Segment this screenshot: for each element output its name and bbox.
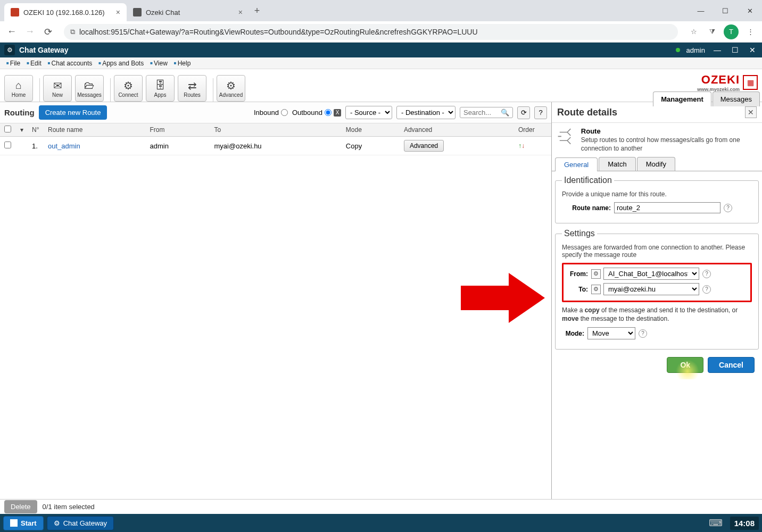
help-icon[interactable]: ? [702, 285, 711, 294]
toolbar-advanced[interactable]: ⚙Advanced [217, 75, 245, 102]
toolbar-new[interactable]: ✉New [43, 75, 72, 102]
user-label[interactable]: admin [686, 46, 705, 54]
table-header-row: ▾ N° Route name From To Mode Advanced Or… [0, 123, 551, 137]
status-bar: Delete 0/1 item selected [0, 499, 762, 514]
route-name-link[interactable]: out_admin [48, 142, 80, 150]
profile-avatar[interactable]: T [724, 24, 739, 39]
search-box[interactable]: 🔍 [460, 107, 513, 118]
address-row: ← → ⟳ ⧉ localhost:9515/Chat+Gateway/?a=R… [0, 21, 762, 43]
tab-close-icon[interactable]: × [116, 8, 120, 16]
address-bar[interactable]: ⧉ localhost:9515/Chat+Gateway/?a=Routing… [64, 24, 678, 40]
menu-icon[interactable]: ⋮ [744, 26, 757, 38]
menu-help[interactable]: ■Help [172, 60, 193, 67]
routing-title: Routing [4, 108, 35, 117]
taskbar-app[interactable]: ⚙ Chat Gateway [47, 516, 114, 530]
refresh-button[interactable]: ⟳ [517, 106, 530, 119]
app-minimize-icon[interactable]: — [711, 45, 723, 55]
source-select[interactable]: - Source - [345, 106, 392, 119]
menu-edit[interactable]: ■Edit [24, 60, 44, 67]
selection-count: 0/1 item selected [43, 503, 95, 511]
tab-match[interactable]: Match [599, 157, 635, 171]
select-all-checkbox[interactable] [4, 126, 11, 132]
identification-legend: Identification [562, 176, 614, 185]
help-icon[interactable]: ? [639, 329, 647, 338]
window-controls: — ☐ ✕ [689, 0, 762, 21]
close-window-button[interactable]: ✕ [738, 0, 762, 21]
taskbar: Start ⚙ Chat Gateway ⌨ 14:08 [0, 514, 762, 532]
search-icon[interactable]: 🔍 [501, 109, 509, 117]
forward-button[interactable]: → [23, 26, 36, 38]
gear-icon[interactable]: ⚙ [591, 269, 601, 279]
help-icon[interactable]: ? [702, 270, 711, 278]
settings-legend: Settings [562, 229, 597, 238]
delete-button[interactable]: Delete [4, 500, 37, 513]
extensions-icon[interactable]: ⧩ [706, 26, 718, 38]
from-select[interactable]: AI_Chat_Bot_1@localhost [603, 268, 699, 280]
app-title: Chat Gateway [19, 46, 69, 54]
start-button[interactable]: Start [3, 516, 44, 530]
advanced-button[interactable]: Advanced [404, 140, 444, 152]
help-button[interactable]: ? [534, 106, 547, 119]
identification-fieldset: Identification Provide a unique name for… [555, 176, 759, 223]
star-icon[interactable]: ☆ [688, 26, 700, 38]
destination-select[interactable]: - Destination - [396, 106, 455, 119]
toolbar-home[interactable]: ⌂Home [4, 75, 33, 102]
search-input[interactable] [463, 109, 501, 117]
app-maximize-icon[interactable]: ☐ [730, 45, 741, 55]
menu-file[interactable]: ■File [4, 60, 22, 67]
close-panel-button[interactable]: ✕ [745, 106, 757, 118]
menu-view[interactable]: ■View [148, 60, 170, 67]
row-checkbox[interactable] [4, 142, 11, 148]
menu-chat-accounts[interactable]: ■Chat accounts [46, 60, 95, 67]
settings-fieldset: Settings Messages are forwarded from one… [555, 229, 759, 350]
inbound-radio[interactable]: Inbound [254, 109, 288, 117]
outbound-radio[interactable]: Outbound X [292, 109, 341, 117]
expand-header[interactable]: ▾ [16, 123, 28, 137]
brand-badge-icon: ▦ [743, 75, 758, 90]
toolbar-apps[interactable]: 🗄Apps [146, 75, 175, 102]
site-info-icon[interactable]: ⧉ [70, 28, 75, 36]
menu-bar: ■File ■Edit ■Chat accounts ■Apps and Bot… [0, 57, 762, 69]
new-tab-button[interactable]: + [249, 5, 265, 16]
folder-icon: 🗁 [84, 79, 95, 92]
tab-general[interactable]: General [555, 157, 598, 171]
back-button[interactable]: ← [5, 26, 18, 38]
tab-favicon-icon [11, 8, 19, 16]
cancel-button[interactable]: Cancel [708, 357, 755, 373]
keyboard-icon[interactable]: ⌨ [709, 517, 723, 529]
clear-filter-icon[interactable]: X [334, 109, 341, 117]
menu-apps-bots[interactable]: ■Apps and Bots [96, 60, 146, 67]
clock[interactable]: 14:08 [730, 517, 759, 530]
gear-icon: ⚙ [226, 79, 236, 92]
maximize-button[interactable]: ☐ [713, 0, 738, 21]
routes-table: ▾ N° Route name From To Mode Advanced Or… [0, 123, 551, 155]
copy-move-text: Make a copy of the message and send it t… [562, 306, 752, 323]
reload-button[interactable]: ⟳ [42, 26, 54, 38]
toolbar-routes[interactable]: ⇄Routes [178, 75, 206, 102]
app-close-icon[interactable]: ✕ [747, 45, 758, 55]
browser-tab-active[interactable]: OZEKI 10 (192.168.0.126) × [4, 3, 127, 21]
mode-select[interactable]: Move [587, 327, 635, 339]
route-name-input[interactable] [614, 202, 720, 213]
ok-button[interactable]: Ok [667, 357, 703, 373]
toolbar-messages[interactable]: 🗁Messages [75, 75, 104, 102]
url-text: localhost:9515/Chat+Gateway/?a=Routing&V… [79, 28, 672, 36]
create-route-button[interactable]: Create new Route [39, 105, 107, 120]
toolbar-connect[interactable]: ⚙Connect [114, 75, 143, 102]
table-row[interactable]: 1. out_admin admin myai@ozeki.hu Copy Ad… [0, 137, 551, 155]
start-icon [10, 519, 18, 527]
route-section-title: Route [581, 127, 757, 135]
to-select[interactable]: myai@ozeki.hu [603, 283, 699, 295]
tab-close-icon[interactable]: × [238, 8, 243, 16]
route-section-desc: Setup routes to control how messages/cal… [581, 136, 757, 153]
side-tab-management[interactable]: Management [653, 92, 711, 106]
help-icon[interactable]: ? [724, 204, 732, 212]
side-tab-messages[interactable]: Messages [713, 92, 760, 106]
route-details-title: Route details [557, 107, 745, 118]
order-arrows[interactable]: ↑↓ [514, 137, 551, 155]
browser-tab[interactable]: Ozeki Chat × [127, 3, 249, 21]
gear-icon[interactable]: ⚙ [591, 285, 601, 294]
tab-modify[interactable]: Modify [637, 157, 675, 171]
minimize-button[interactable]: — [689, 0, 713, 21]
toolbar: ⌂Home ✉New 🗁Messages ⚙Connect 🗄Apps ⇄Rou… [0, 69, 762, 102]
